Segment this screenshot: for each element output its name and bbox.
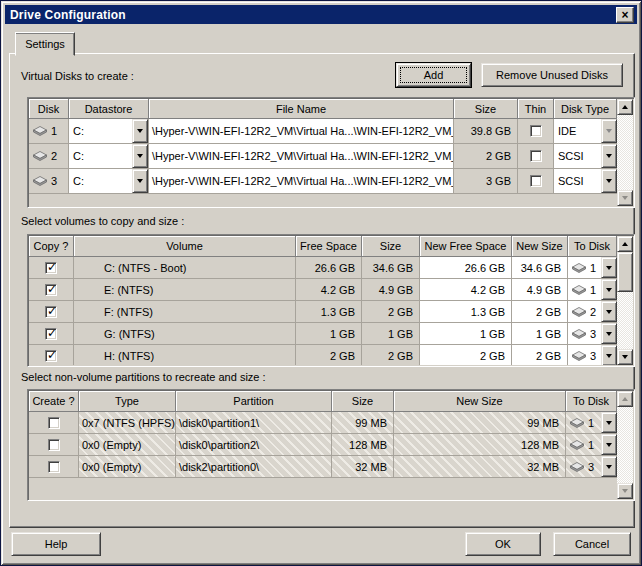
column-header[interactable]: Volume (74, 236, 296, 257)
file-name-field[interactable]: \Hyper-V\WIN-EFI-12R2_VM\Virtual Ha...\W… (149, 144, 454, 169)
partitions-table-scrollbar[interactable] (617, 391, 633, 499)
to-disk-dropdown-button[interactable] (601, 257, 617, 278)
column-header[interactable]: New Free Space (420, 236, 512, 257)
thin-checkbox[interactable] (530, 150, 542, 162)
tab-settings-label: Settings (25, 38, 65, 50)
copy-cell (29, 257, 74, 279)
new-size-field[interactable]: 2 GB (512, 345, 568, 365)
new-size-field[interactable]: 4.9 GB (512, 279, 568, 301)
to-disk-dropdown-button[interactable] (601, 323, 617, 344)
new-free-space-field[interactable]: 4.2 GB (420, 279, 512, 301)
copy-checkbox[interactable] (45, 284, 57, 296)
to-disk-select[interactable]: 1 (568, 279, 617, 301)
disk-type-dropdown-button[interactable] (601, 169, 617, 193)
column-header[interactable]: Partition (176, 391, 332, 412)
volumes-table-scrollbar[interactable] (617, 236, 633, 365)
to-disk-select[interactable]: 2 (568, 301, 617, 323)
datastore-select[interactable]: C: (69, 169, 149, 194)
disk-type-select[interactable]: SCSI (554, 169, 617, 194)
file-name-field[interactable]: \Hyper-V\WIN-EFI-12R2_VM\Virtual Ha...\W… (149, 119, 454, 144)
column-header[interactable]: Size (332, 391, 394, 412)
new-free-space-field[interactable]: 1 GB (420, 323, 512, 345)
disk-number-cell: 1 (29, 119, 69, 144)
disk-number: 2 (51, 150, 57, 162)
datastore-dropdown-button[interactable] (132, 119, 148, 143)
new-free-space-field[interactable]: 2 GB (420, 345, 512, 365)
to-disk-dropdown-button[interactable] (601, 412, 617, 433)
new-free-space-field[interactable]: 26.6 GB (420, 257, 512, 279)
datastore-select[interactable]: C: (69, 144, 149, 169)
disks-table-scrollbar[interactable] (617, 99, 633, 206)
copy-checkbox[interactable] (45, 262, 57, 274)
new-size-field[interactable]: 2 GB (512, 301, 568, 323)
column-header[interactable]: Create ? (29, 391, 79, 412)
to-disk-select[interactable]: 3 (566, 456, 617, 478)
column-header[interactable]: File Name (149, 99, 454, 119)
disk-type-select[interactable]: IDE (554, 119, 617, 144)
to-disk-dropdown-button[interactable] (601, 456, 617, 477)
to-disk-dropdown-button[interactable] (601, 279, 617, 300)
disk-icon (569, 417, 585, 429)
to-disk-dropdown-button[interactable] (601, 345, 617, 365)
disk-type-dropdown-button[interactable] (601, 144, 617, 168)
column-header[interactable]: Disk Type (554, 99, 617, 119)
column-header[interactable]: New Size (512, 236, 568, 257)
column-header[interactable]: To Disk (566, 391, 617, 412)
to-disk-select[interactable]: 1 (566, 434, 617, 456)
create-checkbox[interactable] (48, 417, 60, 429)
new-free-space-field[interactable]: 1.3 GB (420, 301, 512, 323)
copy-checkbox[interactable] (45, 328, 57, 340)
volume-name: F: (NTFS) (74, 301, 296, 323)
column-header[interactable]: Type (79, 391, 176, 412)
datastore-select[interactable]: C: (69, 119, 149, 144)
add-button[interactable]: Add (396, 63, 471, 87)
to-disk-select[interactable]: 3 (568, 345, 617, 365)
disk-type-select[interactable]: SCSI (554, 144, 617, 169)
size-cell: 3 GB (454, 169, 518, 194)
remove-unused-disks-button[interactable]: Remove Unused Disks (481, 63, 623, 87)
scroll-up-button[interactable] (617, 391, 633, 407)
column-header[interactable]: New Size (394, 391, 566, 412)
scroll-down-button[interactable] (617, 483, 633, 499)
scrollbar-thumb[interactable] (617, 252, 633, 292)
scroll-up-button[interactable] (617, 236, 633, 252)
column-header[interactable]: Datastore (69, 99, 149, 119)
column-header[interactable]: Size (362, 236, 420, 257)
scroll-up-button[interactable] (617, 99, 633, 115)
close-button[interactable]: × (616, 7, 634, 23)
copy-checkbox[interactable] (45, 350, 57, 362)
new-size-cell: 99 MB (394, 412, 566, 434)
datastore-dropdown-button[interactable] (132, 169, 148, 193)
to-disk-dropdown-button[interactable] (601, 301, 617, 322)
to-disk-select[interactable]: 1 (568, 257, 617, 279)
scroll-down-button[interactable] (617, 349, 633, 365)
datastore-dropdown-button[interactable] (132, 144, 148, 168)
help-button[interactable]: Help (11, 532, 101, 556)
copy-checkbox[interactable] (45, 306, 57, 318)
cancel-button[interactable]: Cancel (553, 532, 631, 556)
volumes-table: Copy ? Volume Free Space Size New Free S… (27, 234, 635, 367)
thin-checkbox[interactable] (530, 125, 542, 137)
column-header[interactable]: Size (454, 99, 518, 119)
thin-cell (518, 144, 554, 169)
disk-type-dropdown-button[interactable] (601, 119, 617, 143)
ok-button[interactable]: OK (465, 532, 541, 556)
to-disk-select[interactable]: 1 (566, 412, 617, 434)
create-checkbox[interactable] (48, 439, 60, 451)
column-header[interactable]: Free Space (296, 236, 362, 257)
to-disk-select[interactable]: 3 (568, 323, 617, 345)
free-space-cell: 4.2 GB (296, 279, 362, 301)
size-cell: 128 MB (332, 434, 394, 456)
to-disk-dropdown-button[interactable] (601, 434, 617, 455)
new-size-field[interactable]: 1 GB (512, 323, 568, 345)
column-header[interactable]: Disk (29, 99, 69, 119)
column-header[interactable]: Copy ? (29, 236, 74, 257)
tab-settings[interactable]: Settings (15, 32, 75, 56)
create-checkbox[interactable] (48, 461, 60, 473)
new-size-field[interactable]: 34.6 GB (512, 257, 568, 279)
thin-checkbox[interactable] (530, 175, 542, 187)
column-header[interactable]: To Disk (568, 236, 617, 257)
column-header[interactable]: Thin (518, 99, 554, 119)
file-name-field[interactable]: \Hyper-V\WIN-EFI-12R2_VM\Virtual Ha...\W… (149, 169, 454, 194)
scroll-down-button[interactable] (617, 190, 633, 206)
